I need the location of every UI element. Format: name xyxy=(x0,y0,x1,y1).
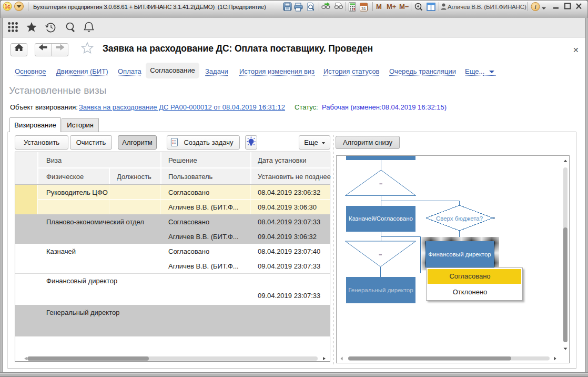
svg-text:Казначей/Согласовано: Казначей/Согласовано xyxy=(349,215,413,222)
svg-text:31: 31 xyxy=(361,6,366,11)
svg-text:Генеральный директор: Генеральный директор xyxy=(348,287,413,293)
svg-text:Агличев В.В. (БИТ.ФИНАНС): Агличев В.В. (БИТ.ФИНАНС) xyxy=(448,3,526,10)
svg-text:М: М xyxy=(376,3,382,11)
svg-text:М+: М+ xyxy=(387,3,397,11)
svg-text:Сверх бюджета?: Сверх бюджета? xyxy=(436,215,483,222)
svg-text:М−: М− xyxy=(399,3,409,11)
svg-text:Финансовый директор: Финансовый директор xyxy=(428,251,491,257)
